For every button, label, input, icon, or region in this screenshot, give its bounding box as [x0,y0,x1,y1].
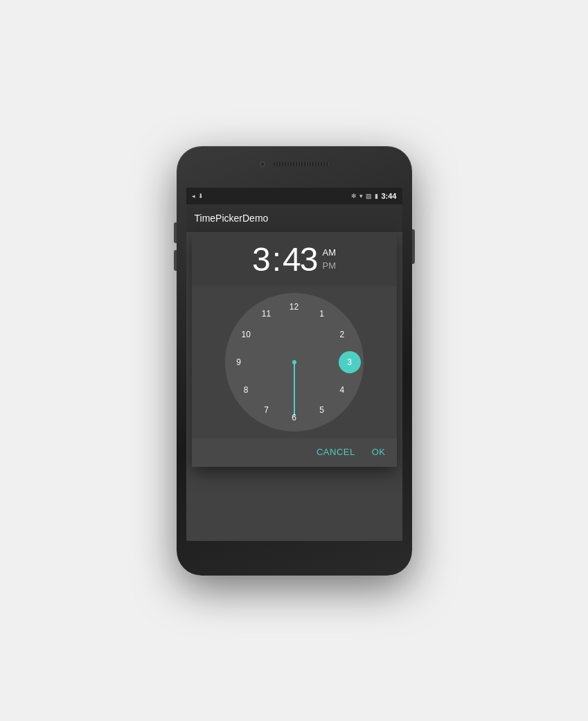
speaker-grille [274,162,329,166]
clock-number-selected[interactable]: 3 [339,351,361,373]
pm-label[interactable]: PM [322,260,336,272]
am-label[interactable]: AM [322,247,336,259]
clock-number[interactable]: 12 [287,300,301,314]
volume-up-button[interactable] [174,222,177,243]
status-bar: ◂ ⬇ ✻ ▾ ▨ ▮ 3:44 [186,188,402,204]
ok-button[interactable]: OK [369,444,389,460]
phone-device: ◂ ⬇ ✻ ▾ ▨ ▮ 3:44 TimePickerDemo PICK TIM… [177,146,412,576]
clock-number[interactable]: 7 [260,403,274,417]
clock-number[interactable]: 1 [315,307,329,321]
clock-number[interactable]: 10 [239,328,253,341]
clock-number[interactable]: 11 [260,307,274,321]
signal2-icon: ▨ [366,193,372,199]
clock-number[interactable]: 9 [232,355,246,369]
dialog-buttons: CANCEL OK [192,438,397,467]
status-right-icons: ✻ ▾ ▨ ▮ 3:44 [351,192,396,200]
clock-hand [294,362,295,416]
time-hour[interactable]: 3 [252,243,269,276]
ampm-selector: AM PM [322,247,336,272]
clock-container: 121234567891011 [192,286,397,438]
front-camera-area [260,161,329,167]
app-bar: TimePickerDemo [186,204,402,232]
phone-screen: ◂ ⬇ ✻ ▾ ▨ ▮ 3:44 TimePickerDemo PICK TIM… [186,188,402,541]
clock-number[interactable]: 8 [239,383,253,397]
time-colon: : [272,243,280,276]
volume-down-button[interactable] [174,250,177,271]
cancel-button[interactable]: CANCEL [314,444,358,460]
wifi-icon: ▾ [359,193,363,199]
notification-icon: ⬇ [198,193,204,199]
bluetooth-icon: ✻ [351,193,357,199]
status-left-icons: ◂ ⬇ [192,193,204,199]
clock-face[interactable]: 121234567891011 [225,293,364,431]
battery-icon: ▮ [375,193,378,199]
app-title: TimePickerDemo [195,213,269,224]
camera-dot [260,161,265,167]
clock-number[interactable]: 4 [335,383,349,397]
status-time: 3:44 [381,192,396,200]
time-picker-dialog: 3 : 43 AM PM 121234567891011 CANCEL [192,232,397,467]
clock-number[interactable]: 6 [287,411,301,425]
time-minute[interactable]: 43 [283,243,317,276]
clock-number[interactable]: 5 [315,403,329,417]
clock-number[interactable]: 2 [335,328,349,341]
signal-icon: ◂ [192,193,195,199]
dialog-time-header: 3 : 43 AM PM [192,232,397,286]
